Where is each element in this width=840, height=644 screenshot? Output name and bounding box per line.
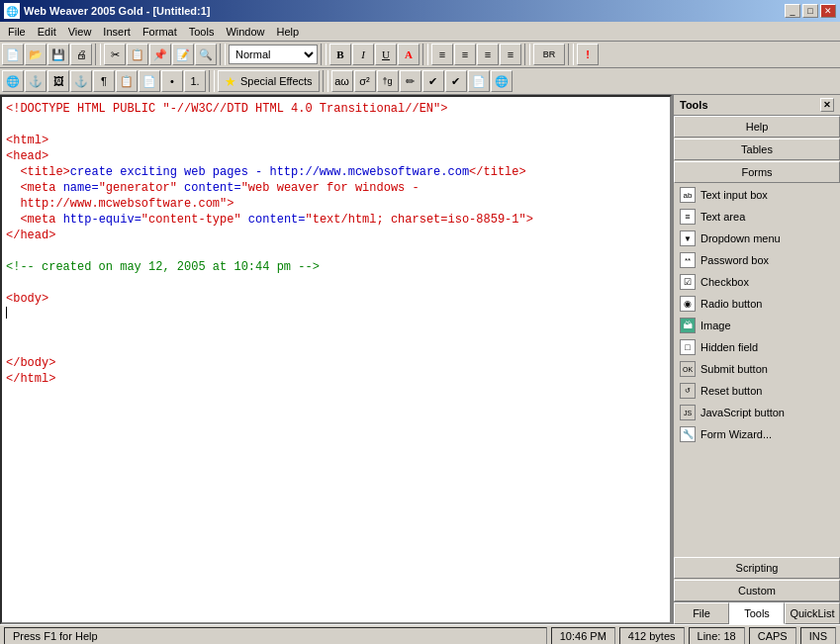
tb2-btn16[interactable]: 📄: [468, 70, 490, 92]
tool-password-box[interactable]: ** Password box: [674, 249, 840, 271]
tool-dropdown-label: Dropdown menu: [700, 232, 781, 244]
search-button[interactable]: 🔍: [195, 44, 217, 65]
paste-button[interactable]: 📌: [149, 44, 171, 65]
tool-dropdown-menu[interactable]: ▼ Dropdown menu: [674, 228, 840, 249]
minimize-button[interactable]: _: [785, 4, 800, 18]
custom-button[interactable]: Custom: [674, 580, 840, 601]
tb2-btn3[interactable]: 🖼: [47, 70, 69, 92]
italic-button[interactable]: I: [352, 44, 374, 65]
menu-bar: File Edit View Insert Format Tools Windo…: [0, 22, 840, 42]
tb2-btn14[interactable]: ✔: [422, 70, 444, 92]
code-line-title: <title>create exciting web pages - http:…: [6, 164, 666, 180]
cut-button[interactable]: ✂: [104, 44, 126, 65]
scripting-button[interactable]: Scripting: [674, 557, 840, 579]
tool-image[interactable]: 🏔 Image: [674, 315, 840, 336]
editor[interactable]: <!DOCTYPE HTML PUBLIC "-//W3C//DTD HTML …: [0, 95, 672, 624]
special-effects-button[interactable]: ★ Special Effects: [218, 70, 320, 92]
tool-reset-button[interactable]: ↺ Reset button: [674, 380, 840, 402]
tb2-btn10[interactable]: aω: [331, 70, 353, 92]
tab-tools[interactable]: Tools: [729, 602, 785, 624]
tool-text-input-label: Text input box: [700, 189, 768, 201]
menu-tools[interactable]: Tools: [183, 24, 221, 40]
tb2-btn15[interactable]: ✔: [445, 70, 467, 92]
tools-close-button[interactable]: ✕: [820, 98, 834, 112]
align-justify-button[interactable]: ≡: [500, 44, 521, 65]
status-filesize-text: 412 bytes: [628, 630, 676, 642]
sep3: [321, 44, 327, 65]
tb2-btn9[interactable]: 1.: [184, 70, 206, 92]
code-line-bodyclose: </body>: [6, 355, 666, 371]
tool-hidden-field[interactable]: □ Hidden field: [674, 336, 840, 358]
tb2-btn8[interactable]: •: [161, 70, 183, 92]
tool-text-area-label: Text area: [700, 211, 745, 223]
tb2-btn11[interactable]: σ²: [354, 70, 376, 92]
js-icon: JS: [680, 405, 696, 420]
tools-panel: Tools ✕ Help Tables Forms ab Text input …: [672, 95, 840, 624]
tb2-btn1[interactable]: 🌐: [2, 70, 24, 92]
tables-button[interactable]: Tables: [674, 138, 840, 160]
new-button[interactable]: 📄: [2, 44, 24, 65]
tool-radio-button[interactable]: ◉ Radio button: [674, 293, 840, 315]
text-area-icon: ≡: [680, 209, 696, 225]
align-right-button[interactable]: ≡: [477, 44, 499, 65]
menu-view[interactable]: View: [62, 24, 98, 40]
copy-button[interactable]: 📋: [127, 44, 148, 65]
code-line-meta2: <meta http-equiv="content-type" content=…: [6, 212, 666, 228]
tb2-btn5[interactable]: ¶: [93, 70, 115, 92]
code-line-headclose: </head>: [6, 228, 666, 243]
tool-hidden-label: Hidden field: [700, 341, 758, 353]
checkbox-icon: ☑: [680, 274, 696, 290]
fontcolor-button[interactable]: A: [398, 44, 420, 65]
maximize-button[interactable]: □: [802, 4, 818, 18]
tool-checkbox-label: Checkbox: [700, 276, 749, 288]
tool-text-area[interactable]: ≡ Text area: [674, 206, 840, 228]
hidden-icon: □: [680, 339, 696, 355]
cursor-caret: [6, 307, 7, 319]
tool-reset-label: Reset button: [700, 385, 762, 397]
tb2-btn6[interactable]: 📋: [116, 70, 138, 92]
submit-icon: OK: [680, 361, 696, 377]
align-left-button[interactable]: ≡: [431, 44, 453, 65]
forms-button[interactable]: Forms: [674, 161, 840, 183]
save-button[interactable]: 💾: [47, 44, 69, 65]
tb2-btn7[interactable]: 📄: [139, 70, 160, 92]
tb2-btn4[interactable]: ⚓: [70, 70, 92, 92]
status-line: Line: 18: [689, 627, 745, 645]
help-button[interactable]: Help: [674, 116, 840, 138]
tool-submit-button[interactable]: OK Submit button: [674, 358, 840, 380]
tb2-btn2[interactable]: ⚓: [25, 70, 47, 92]
bold-button[interactable]: B: [329, 44, 351, 65]
exclaim-button[interactable]: !: [577, 44, 599, 65]
menu-help[interactable]: Help: [271, 24, 306, 40]
tool-text-input[interactable]: ab Text input box: [674, 184, 840, 206]
menu-format[interactable]: Format: [137, 24, 183, 40]
tool-js-label: JavaScript button: [700, 407, 785, 418]
print-button[interactable]: 🖨: [70, 44, 92, 65]
tb2-btn12[interactable]: †g: [377, 70, 399, 92]
tool-js-button[interactable]: JS JavaScript button: [674, 402, 840, 423]
menu-file[interactable]: File: [2, 24, 32, 40]
menu-insert[interactable]: Insert: [97, 24, 137, 40]
menu-edit[interactable]: Edit: [32, 24, 62, 40]
open-button[interactable]: 📂: [25, 44, 47, 65]
tb2-btn13[interactable]: ✏: [400, 70, 421, 92]
status-filesize: 412 bytes: [619, 627, 685, 645]
br-button[interactable]: BR: [533, 44, 565, 65]
align-center-button[interactable]: ≡: [454, 44, 476, 65]
tools-title-text: Tools: [680, 99, 708, 111]
paste2-button[interactable]: 📝: [172, 44, 194, 65]
tool-form-wizard[interactable]: 🔧 Form Wizard...: [674, 423, 840, 445]
star-icon: ★: [225, 74, 236, 89]
close-button[interactable]: ✕: [820, 4, 836, 18]
underline-button[interactable]: U: [375, 44, 397, 65]
tab-file[interactable]: File: [674, 602, 729, 624]
status-caps-text: CAPS: [758, 630, 788, 642]
tab-quicklist[interactable]: QuickList: [785, 602, 840, 624]
tool-checkbox[interactable]: ☑ Checkbox: [674, 271, 840, 293]
font-dropdown[interactable]: Normal: [229, 45, 318, 64]
special-effects-label: Special Effects: [240, 75, 313, 87]
tb2-btn17[interactable]: 🌐: [491, 70, 513, 92]
code-line-blank2: [6, 243, 666, 259]
menu-window[interactable]: Window: [220, 24, 270, 40]
code-line-meta1: <meta name="generator" content="web weav…: [6, 180, 666, 196]
